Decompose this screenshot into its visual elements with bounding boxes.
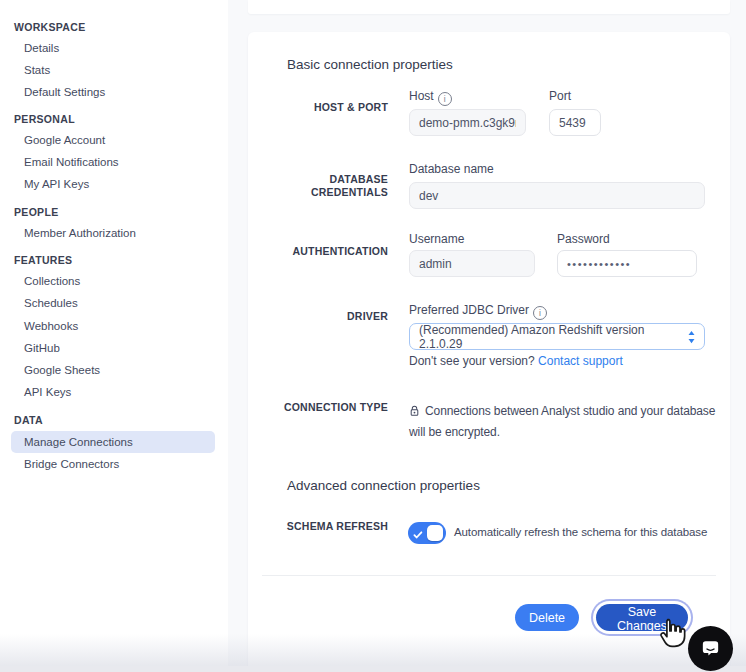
basic-section-title: Basic connection properties [287, 57, 453, 72]
sidebar-item-default-settings[interactable]: Default Settings [24, 86, 105, 98]
host-info-icon[interactable]: i [438, 92, 452, 106]
host-port-group-label: HOST & PORT [268, 101, 388, 114]
database-name-label: Database name [409, 162, 494, 176]
contact-support-link[interactable]: Contact support [538, 354, 623, 368]
lock-icon [409, 405, 420, 417]
port-label: Port [549, 89, 571, 103]
sidebar-item-google-sheets[interactable]: Google Sheets [24, 364, 100, 376]
sidebar-item-github[interactable]: GitHub [24, 342, 60, 354]
sidebar-item-my-api-keys[interactable]: My API Keys [24, 178, 89, 190]
chat-widget-button[interactable] [688, 626, 733, 671]
driver-help-row: Don't see your version? Contact support [409, 354, 623, 368]
jdbc-driver-label: Preferred JDBC Driveri [409, 303, 547, 320]
select-caret-icon [687, 330, 696, 344]
jdbc-driver-selected-option: (Recommended) Amazon Redshift version 2.… [419, 323, 687, 351]
sidebar: WORKSPACE Details Stats Default Settings… [0, 0, 228, 672]
sidebar-item-bridge-connectors[interactable]: Bridge Connectors [24, 458, 119, 470]
connection-settings-screen: WORKSPACE Details Stats Default Settings… [0, 0, 746, 672]
sidebar-section-features: FEATURES [14, 254, 72, 266]
checkmark-icon [412, 527, 424, 545]
sidebar-item-collections[interactable]: Collections [24, 275, 80, 287]
sidebar-item-webhooks[interactable]: Webhooks [24, 320, 78, 332]
sidebar-section-people: PEOPLE [14, 206, 59, 218]
password-label: Password [557, 232, 610, 246]
driver-help-text: Don't see your version? [409, 354, 535, 368]
database-name-input[interactable] [409, 182, 705, 209]
sidebar-item-manage-connections[interactable]: Manage Connections [24, 436, 133, 448]
database-credentials-group-label: DATABASE CREDENTIALS [268, 173, 388, 199]
chat-bubble-icon [699, 637, 722, 660]
username-label: Username [409, 232, 464, 246]
sidebar-item-details[interactable]: Details [24, 42, 59, 54]
sidebar-item-email-notifications[interactable]: Email Notifications [24, 156, 119, 168]
sidebar-section-personal: PERSONAL [14, 113, 75, 125]
schema-refresh-group-label: SCHEMA REFRESH [268, 520, 388, 533]
username-input[interactable] [409, 250, 535, 277]
connection-type-text: Connections between Analyst studio and y… [409, 401, 731, 443]
delete-button[interactable]: Delete [515, 604, 579, 631]
sidebar-item-api-keys[interactable]: API Keys [24, 386, 71, 398]
sidebar-item-member-authorization[interactable]: Member Authorization [24, 227, 136, 239]
previous-card-bottom-edge [248, 0, 730, 14]
jdbc-info-icon[interactable]: i [533, 306, 547, 320]
connection-properties-card: Basic connection properties HOST & PORT … [248, 32, 730, 672]
main-content-area: Basic connection properties HOST & PORT … [228, 0, 746, 672]
schema-refresh-toggle[interactable] [408, 522, 446, 544]
password-input[interactable] [557, 250, 697, 277]
advanced-section-title: Advanced connection properties [287, 478, 480, 493]
driver-group-label: DRIVER [268, 310, 388, 323]
sidebar-section-workspace: WORKSPACE [14, 21, 85, 33]
port-input[interactable] [549, 109, 601, 136]
save-changes-button[interactable]: Save Changes [596, 604, 688, 631]
authentication-group-label: AUTHENTICATION [268, 245, 388, 258]
sidebar-item-google-account[interactable]: Google Account [24, 134, 105, 146]
bottom-edge-bar [0, 666, 746, 672]
jdbc-driver-select[interactable]: (Recommended) Amazon Redshift version 2.… [409, 323, 705, 350]
connection-type-group-label: CONNECTION TYPE [268, 401, 388, 414]
footer-divider [262, 575, 716, 576]
host-input[interactable] [409, 109, 526, 136]
host-label: Hosti [409, 89, 452, 106]
sidebar-item-schedules[interactable]: Schedules [24, 297, 78, 309]
sidebar-section-data: DATA [14, 414, 43, 426]
toggle-knob [427, 525, 443, 541]
sidebar-item-stats[interactable]: Stats [24, 64, 50, 76]
schema-refresh-text: Automatically refresh the schema for thi… [454, 526, 707, 538]
